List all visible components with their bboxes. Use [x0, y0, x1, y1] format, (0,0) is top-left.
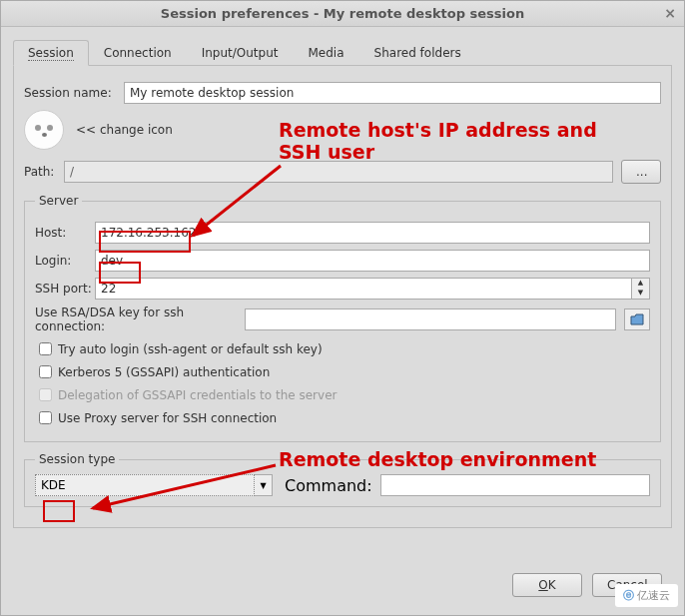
session-type-combo[interactable]: KDE — [35, 474, 255, 496]
sshport-down-icon[interactable]: ▼ — [632, 289, 649, 299]
cb-gssapi-delegation-label: Delegation of GSSAPI credentials to the … — [58, 388, 337, 402]
rsa-label: Use RSA/DSA key for ssh connection: — [35, 306, 245, 333]
cb-autologin[interactable] — [39, 342, 52, 355]
rsa-browse-button[interactable] — [624, 308, 650, 330]
cb-kerberos-label: Kerberos 5 (GSSAPI) authentication — [58, 365, 270, 379]
tab-media[interactable]: Media — [294, 40, 359, 66]
window-title: Session preferences - My remote desktop … — [161, 6, 524, 21]
host-label: Host: — [35, 226, 95, 240]
session-type-dropdown-icon[interactable]: ▼ — [255, 474, 273, 496]
cb-autologin-label: Try auto login (ssh-agent or default ssh… — [58, 342, 323, 356]
command-label: Command: — [285, 476, 372, 495]
change-icon-link[interactable]: << change icon — [76, 123, 173, 137]
session-type-legend: Session type — [35, 452, 119, 466]
host-input[interactable] — [95, 222, 650, 244]
login-label: Login: — [35, 254, 95, 268]
content-area: Session Connection Input/Output Media Sh… — [1, 27, 684, 540]
rsa-key-input[interactable] — [245, 308, 616, 330]
sshport-up-icon[interactable]: ▲ — [632, 279, 649, 289]
sshport-spinner[interactable]: ▲▼ — [95, 278, 650, 300]
command-input[interactable] — [380, 474, 650, 496]
folder-icon — [630, 313, 644, 325]
watermark: ⓔ亿速云 — [615, 584, 678, 607]
cb-proxy-label: Use Proxy server for SSH connection — [58, 411, 277, 425]
login-input[interactable] — [95, 250, 650, 272]
close-icon[interactable]: × — [664, 5, 676, 21]
title-bar: Session preferences - My remote desktop … — [1, 1, 684, 27]
tab-session[interactable]: Session — [13, 40, 89, 66]
watermark-logo-icon: ⓔ — [623, 589, 634, 602]
sshport-label: SSH port: — [35, 282, 95, 296]
session-name-label: Session name: — [24, 86, 124, 100]
path-browse-button[interactable]: ... — [621, 160, 661, 184]
session-icon[interactable] — [24, 110, 64, 150]
cb-proxy[interactable] — [39, 411, 52, 424]
tab-bar: Session Connection Input/Output Media Sh… — [13, 39, 672, 66]
tab-connection[interactable]: Connection — [89, 40, 187, 66]
cb-kerberos[interactable] — [39, 365, 52, 378]
path-input — [64, 161, 613, 183]
server-fieldset: Server Host: Login: SSH port: ▲▼ — [24, 194, 661, 442]
ok-button[interactable]: OK — [512, 573, 582, 597]
sshport-input[interactable] — [95, 278, 632, 300]
dialog-window: Session preferences - My remote desktop … — [0, 0, 685, 616]
tab-shared-folders[interactable]: Shared folders — [359, 40, 476, 66]
cb-gssapi-delegation — [39, 388, 52, 401]
server-legend: Server — [35, 194, 82, 208]
tab-input-output[interactable]: Input/Output — [187, 40, 294, 66]
session-pane: Session name: << change icon Path: ... S… — [13, 66, 672, 528]
session-type-fieldset: Session type KDE ▼ Command: — [24, 452, 661, 507]
path-label: Path: — [24, 165, 64, 179]
session-name-input[interactable] — [124, 82, 661, 104]
